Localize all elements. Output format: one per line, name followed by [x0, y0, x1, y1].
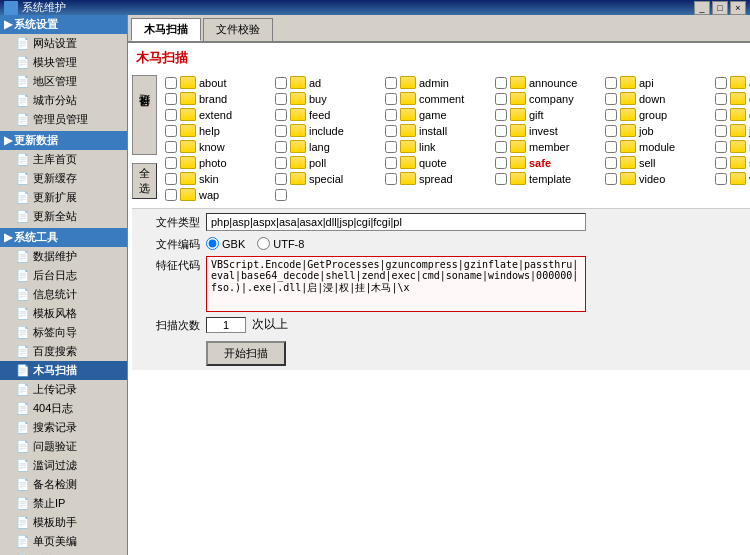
- encoding-gbk-label[interactable]: GBK: [206, 237, 245, 250]
- folder-checkbox[interactable]: [385, 173, 397, 185]
- folder-item[interactable]: exhibit: [711, 91, 750, 106]
- folder-item[interactable]: spread: [381, 171, 491, 186]
- signature-textarea[interactable]: [206, 256, 586, 312]
- sidebar-item-admin-mgmt[interactable]: 📄管理员管理: [0, 110, 127, 129]
- folder-checkbox[interactable]: [385, 109, 397, 121]
- folder-item[interactable]: lang: [271, 139, 381, 154]
- folder-item[interactable]: module: [601, 139, 711, 154]
- sidebar-item-ext-update[interactable]: 📄更新扩展: [0, 188, 127, 207]
- sidebar-item-cache-update[interactable]: 📄更新缓存: [0, 169, 127, 188]
- folder-item[interactable]: game: [381, 107, 491, 122]
- sidebar-item-info-stats[interactable]: 📄信息统计: [0, 285, 127, 304]
- sidebar-item-module-mgmt[interactable]: 📄模块管理: [0, 53, 127, 72]
- folder-item[interactable]: announce: [491, 75, 601, 90]
- folder-item[interactable]: member: [491, 139, 601, 154]
- folder-checkbox[interactable]: [275, 77, 287, 89]
- folder-checkbox[interactable]: [605, 141, 617, 153]
- folder-item[interactable]: link: [381, 139, 491, 154]
- folder-item[interactable]: gift: [491, 107, 601, 122]
- folder-checkbox[interactable]: [275, 173, 287, 185]
- sidebar-title-settings[interactable]: ▶ 系统设置: [0, 15, 127, 34]
- folder-checkbox[interactable]: [165, 157, 177, 169]
- folder-checkbox[interactable]: [275, 109, 287, 121]
- folder-item[interactable]: archiver: [711, 75, 750, 90]
- folder-checkbox[interactable]: [605, 125, 617, 137]
- folder-item[interactable]: group: [601, 107, 711, 122]
- folder-item[interactable]: vote: [711, 171, 750, 186]
- maximize-button[interactable]: □: [712, 1, 728, 15]
- folder-checkbox[interactable]: [275, 93, 287, 105]
- folder-item[interactable]: ad: [271, 75, 381, 90]
- folder-checkbox[interactable]: [715, 93, 727, 105]
- encoding-utf8-label[interactable]: UTF-8: [257, 237, 304, 250]
- sidebar-item-city-station[interactable]: 📄城市分站: [0, 91, 127, 110]
- folder-checkbox[interactable]: [495, 141, 507, 153]
- folder-item[interactable]: buy: [271, 91, 381, 106]
- sidebar-item-region-mgmt[interactable]: 📄地区管理: [0, 72, 127, 91]
- encoding-utf8-radio[interactable]: [257, 237, 270, 250]
- folder-checkbox[interactable]: [165, 125, 177, 137]
- sidebar-item-tag-guide[interactable]: 📄标签向导: [0, 323, 127, 342]
- folder-item[interactable]: skin: [161, 171, 271, 186]
- sidebar-item-data-maintenance[interactable]: 📄数据维护: [0, 247, 127, 266]
- folder-item[interactable]: wap: [161, 187, 271, 202]
- sidebar-item-word-filter[interactable]: 📄滥词过滤: [0, 456, 127, 475]
- sidebar-item-site-update[interactable]: 📄更新全站: [0, 207, 127, 226]
- sidebar-item-problem-verify[interactable]: 📄问题验证: [0, 437, 127, 456]
- select-all-button[interactable]: 全选: [132, 163, 157, 199]
- folder-item[interactable]: invest: [491, 123, 601, 138]
- folder-checkbox[interactable]: [385, 93, 397, 105]
- folder-checkbox[interactable]: [385, 141, 397, 153]
- folder-checkbox[interactable]: [165, 93, 177, 105]
- folder-item[interactable]: know: [161, 139, 271, 154]
- sidebar-item-upload-log[interactable]: 📄上传记录: [0, 380, 127, 399]
- folder-item[interactable]: help: [161, 123, 271, 138]
- sidebar-item-website-settings[interactable]: 📄网站设置: [0, 34, 127, 53]
- folder-checkbox[interactable]: [275, 189, 287, 201]
- folder-checkbox[interactable]: [495, 93, 507, 105]
- folder-item[interactable]: sell: [601, 155, 711, 170]
- folder-checkbox[interactable]: [385, 157, 397, 169]
- folder-item[interactable]: api: [601, 75, 711, 90]
- folder-item[interactable]: include: [271, 123, 381, 138]
- sidebar-item-trojan-scan[interactable]: 📄木马扫描: [0, 361, 127, 380]
- folder-checkbox[interactable]: [715, 141, 727, 153]
- folder-item[interactable]: admin: [381, 75, 491, 90]
- folder-checkbox[interactable]: [605, 77, 617, 89]
- folder-item[interactable]: news: [711, 139, 750, 154]
- folder-checkbox[interactable]: [165, 77, 177, 89]
- folder-item[interactable]: special: [271, 171, 381, 186]
- folder-checkbox[interactable]: [385, 77, 397, 89]
- folder-checkbox[interactable]: [715, 125, 727, 137]
- folder-checkbox[interactable]: [275, 141, 287, 153]
- sidebar-item-search-log[interactable]: 📄搜索记录: [0, 418, 127, 437]
- folder-checkbox[interactable]: [495, 109, 507, 121]
- folder-checkbox[interactable]: [385, 125, 397, 137]
- close-button[interactable]: ×: [730, 1, 746, 15]
- sidebar-item-template-helper[interactable]: 📄模板助手: [0, 513, 127, 532]
- folder-item[interactable]: about: [161, 75, 271, 90]
- sidebar-item-template-style[interactable]: 📄模板风格: [0, 304, 127, 323]
- folder-checkbox[interactable]: [165, 109, 177, 121]
- folder-checkbox[interactable]: [275, 157, 287, 169]
- tab-file-verify[interactable]: 文件校验: [203, 18, 273, 41]
- folder-item[interactable]: brand: [161, 91, 271, 106]
- sidebar-item-404-log[interactable]: 📄404日志: [0, 399, 127, 418]
- folder-item[interactable]: job: [601, 123, 711, 138]
- folder-item[interactable]: down: [601, 91, 711, 106]
- sidebar-item-single-page[interactable]: 📄单页美编: [0, 532, 127, 551]
- folder-checkbox[interactable]: [715, 157, 727, 169]
- folder-checkbox[interactable]: [605, 109, 617, 121]
- folder-checkbox[interactable]: [495, 77, 507, 89]
- folder-item[interactable]: video: [601, 171, 711, 186]
- folder-checkbox[interactable]: [495, 157, 507, 169]
- folder-item[interactable]: extend: [161, 107, 271, 122]
- folder-checkbox[interactable]: [715, 77, 727, 89]
- folder-checkbox[interactable]: [495, 173, 507, 185]
- folder-item[interactable]: comment: [381, 91, 491, 106]
- encoding-gbk-radio[interactable]: [206, 237, 219, 250]
- folder-item[interactable]: json: [711, 123, 750, 138]
- folder-checkbox[interactable]: [715, 109, 727, 121]
- sidebar-item-backend-log[interactable]: 📄后台日志: [0, 266, 127, 285]
- sidebar-item-home-update[interactable]: 📄主库首页: [0, 150, 127, 169]
